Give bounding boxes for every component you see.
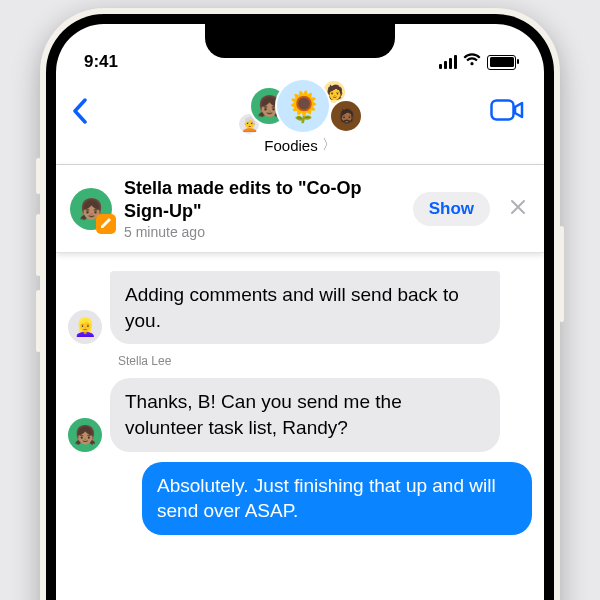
facetime-button[interactable] [490,98,524,126]
group-name-button[interactable]: Foodies 〉 [68,136,532,154]
svg-rect-0 [492,101,514,120]
sender-label: Stella Lee [118,354,532,368]
pages-document-icon [96,214,116,234]
back-button[interactable] [72,98,88,129]
message-list[interactable]: 👱‍♀️ Adding comments and will send back … [56,253,544,553]
message-bubble[interactable]: Adding comments and will send back to yo… [110,271,500,344]
sender-avatar[interactable]: 👱‍♀️ [68,310,102,344]
sender-avatar[interactable]: 👧🏽 [68,418,102,452]
phone-frame: 9:41 [40,8,560,600]
group-avatar: 🌻 [277,80,329,132]
banner-title: Stella made edits to "Co-Op Sign-Up" [124,177,401,222]
chevron-right-icon: 〉 [322,136,336,154]
close-banner-button[interactable] [502,193,530,224]
mute-switch [36,158,41,194]
collaboration-banner: 👧🏽 Stella made edits to "Co-Op Sign-Up" … [56,165,544,253]
volume-up-button [36,214,41,276]
cellular-icon [439,55,457,69]
group-name: Foodies [264,137,317,154]
participant-avatar: 🧔🏾 [331,101,361,131]
banner-avatar: 👧🏽 [70,188,112,230]
message-row: 👱‍♀️ Adding comments and will send back … [68,271,532,344]
banner-timestamp: 5 minute ago [124,224,401,240]
power-button [559,226,564,322]
show-button[interactable]: Show [413,192,490,226]
message-bubble[interactable]: Absolutely. Just finishing that up and w… [142,462,532,535]
message-row: Absolutely. Just finishing that up and w… [68,462,532,535]
notch [205,24,395,58]
wifi-icon [463,52,481,72]
volume-down-button [36,290,41,352]
group-avatar-cluster[interactable]: 🧑‍🦳 👧🏽 🌻 🧑 🧔🏾 [68,80,532,132]
status-time: 9:41 [84,52,118,72]
message-row: 👧🏽 Thanks, B! Can you send me the volunt… [68,378,532,451]
message-bubble[interactable]: Thanks, B! Can you send me the volunteer… [110,378,500,451]
conversation-header: 🧑‍🦳 👧🏽 🌻 🧑 🧔🏾 Foodies 〉 [56,76,544,165]
battery-icon [487,55,516,70]
